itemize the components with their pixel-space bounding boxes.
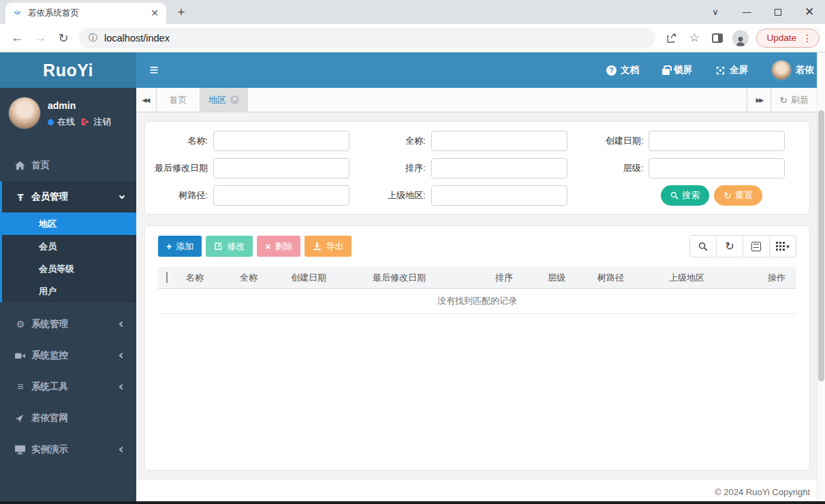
close-tab-icon[interactable]: ✕: [230, 95, 239, 104]
columns-button[interactable]: ▾: [769, 235, 796, 257]
new-tab-button[interactable]: +: [172, 3, 191, 22]
show-search-button[interactable]: [689, 235, 717, 257]
url-text: localhost/index: [104, 33, 170, 44]
fullname-input[interactable]: [431, 131, 567, 151]
scrollbar-thumb[interactable]: [818, 110, 824, 381]
create-date-input[interactable]: [649, 131, 785, 151]
main-area: ◀◀ 首页 地区 ✕ ▶▶ ↻ 刷新 名称: 全称:: [136, 88, 817, 504]
name-input[interactable]: [213, 131, 349, 151]
scroll-tabs-right-icon[interactable]: ▶▶: [747, 88, 770, 112]
empty-state: 没有找到匹配的记录: [158, 289, 796, 314]
home-icon: [15, 161, 26, 170]
search-icon: [670, 191, 679, 200]
nav-docs[interactable]: ? 文档: [606, 64, 639, 76]
chevron-left-icon: [119, 353, 125, 358]
kebab-menu-icon[interactable]: ⋮: [803, 33, 812, 44]
download-icon: [313, 242, 322, 251]
field-label-level: 层级:: [586, 162, 649, 174]
sidebar-item-member-level[interactable]: 会员等级: [2, 257, 136, 280]
col-name: 名称: [185, 272, 238, 284]
search-button[interactable]: 搜索: [661, 185, 709, 206]
col-create-date: 创建日期: [290, 272, 371, 284]
app-header: RuoYi ≡ ? 文档 锁屏 全屏 若依: [0, 52, 825, 88]
currency-icon: Ŧ: [15, 191, 26, 203]
question-icon: ?: [606, 65, 617, 76]
nav-user[interactable]: 若依: [771, 60, 814, 80]
export-button[interactable]: 导出: [305, 236, 352, 257]
field-label-create-date: 创建日期:: [586, 135, 649, 147]
bookmark-star-icon[interactable]: ☆: [684, 28, 704, 48]
forward-icon[interactable]: →: [30, 28, 50, 48]
bars-icon: ≡: [15, 381, 26, 393]
sidebar-item-official-site[interactable]: 若依官网: [0, 403, 136, 434]
sidebar-item-user[interactable]: 用户: [2, 280, 136, 302]
modify-date-input[interactable]: [213, 158, 349, 178]
sidebar-item-region[interactable]: 地区: [2, 212, 136, 235]
chevron-down-icon: [119, 193, 125, 198]
field-label-name: 名称:: [151, 135, 213, 147]
sidebar-item-system-tools[interactable]: ≡ 系统工具: [0, 371, 136, 403]
tree-path-input[interactable]: [213, 185, 349, 206]
gear-icon: ⚙: [15, 319, 26, 330]
tab-close-icon[interactable]: ✕: [149, 7, 161, 20]
sidebar-menu: 首页 Ŧ 会员管理 地区 会员 会员等级 用户 ⚙ 系统管理: [0, 150, 136, 465]
browser-tab[interactable]: 若依系统首页 ✕: [5, 3, 166, 24]
select-all-checkbox[interactable]: [166, 272, 168, 283]
sidebar: admin 在线 注销 首页 Ŧ: [0, 88, 136, 504]
search-panel: 名称: 全称: 创建日期: 最后修改日期 排序: 层级: 树路径: 上级地区: …: [144, 121, 810, 215]
page-tab-home[interactable]: 首页: [157, 88, 200, 112]
x-icon: ×: [265, 242, 270, 251]
reset-button[interactable]: ↻ 重置: [714, 185, 762, 206]
sort-input[interactable]: [431, 158, 567, 178]
add-button[interactable]: + 添加: [158, 236, 202, 257]
taskbar-edge: [0, 501, 825, 504]
profile-icon[interactable]: [730, 28, 751, 48]
sidebar-item-member[interactable]: 会员: [2, 235, 136, 257]
col-actions: 操作: [766, 272, 796, 284]
online-status: 在线: [57, 116, 75, 128]
sidebar-item-home[interactable]: 首页: [0, 150, 136, 181]
reload-icon[interactable]: ↻: [53, 28, 74, 48]
sidebar-item-system-monitor[interactable]: 系统监控: [0, 340, 136, 371]
chrome-update-button[interactable]: Update ⋮: [756, 29, 820, 48]
table-panel: + 添加 修改 × 删除 导出: [144, 225, 810, 471]
detail-view-button[interactable]: [743, 235, 770, 257]
sidebar-item-demo[interactable]: 实例演示: [0, 434, 136, 465]
col-level: 层级: [546, 272, 596, 284]
delete-button[interactable]: × 删除: [257, 236, 300, 257]
copyright-text: © 2024 RuoYi Copyright: [715, 487, 810, 497]
minimize-button[interactable]: —: [731, 0, 762, 24]
sign-out-icon: [81, 118, 90, 126]
parent-region-input[interactable]: [431, 185, 567, 206]
page-scrollbar[interactable]: [817, 52, 825, 504]
screen: 若依系统首页 ✕ + ∨ — ✕ ← → ↻ ⓘ localhost/index…: [0, 0, 825, 504]
share-icon[interactable]: [661, 28, 681, 48]
edit-button[interactable]: 修改: [206, 236, 253, 257]
back-icon[interactable]: ←: [7, 28, 27, 48]
maximize-button[interactable]: [762, 0, 794, 24]
level-input[interactable]: [649, 158, 785, 178]
chevron-left-icon: [119, 384, 125, 390]
sidebar-item-system-mgmt[interactable]: ⚙ 系统管理: [0, 309, 136, 340]
page-tab-region[interactable]: 地区 ✕: [200, 88, 248, 112]
close-window-button[interactable]: ✕: [794, 0, 825, 24]
sidebar-toggle-icon[interactable]: ≡: [136, 52, 172, 88]
data-table: 名称 全称 创建日期 最后修改日期 排序 层级 树路径 上级地区 操作 没有找到…: [158, 267, 796, 314]
address-bar[interactable]: ⓘ localhost/index: [79, 28, 655, 48]
header-avatar: [771, 60, 792, 80]
scroll-tabs-left-icon[interactable]: ◀◀: [136, 88, 157, 112]
refresh-page-button[interactable]: ↻ 刷新: [770, 88, 817, 112]
nav-lock-screen[interactable]: 锁屏: [662, 64, 692, 76]
side-panel-icon[interactable]: [707, 28, 728, 48]
chevron-left-icon: [119, 447, 125, 452]
app-logo[interactable]: RuoYi: [0, 52, 136, 88]
nav-fullscreen[interactable]: 全屏: [715, 64, 748, 76]
detail-view-icon: [751, 242, 761, 251]
sidebar-section-member: Ŧ 会员管理 地区 会员 会员等级 用户: [0, 181, 136, 302]
user-avatar[interactable]: [8, 97, 41, 129]
tab-search-icon[interactable]: ∨: [700, 0, 731, 24]
site-info-icon[interactable]: ⓘ: [89, 32, 97, 44]
logout-link[interactable]: 注销: [93, 116, 111, 128]
sidebar-item-member-mgmt[interactable]: Ŧ 会员管理: [2, 181, 136, 212]
refresh-table-button[interactable]: ↻: [716, 235, 743, 257]
